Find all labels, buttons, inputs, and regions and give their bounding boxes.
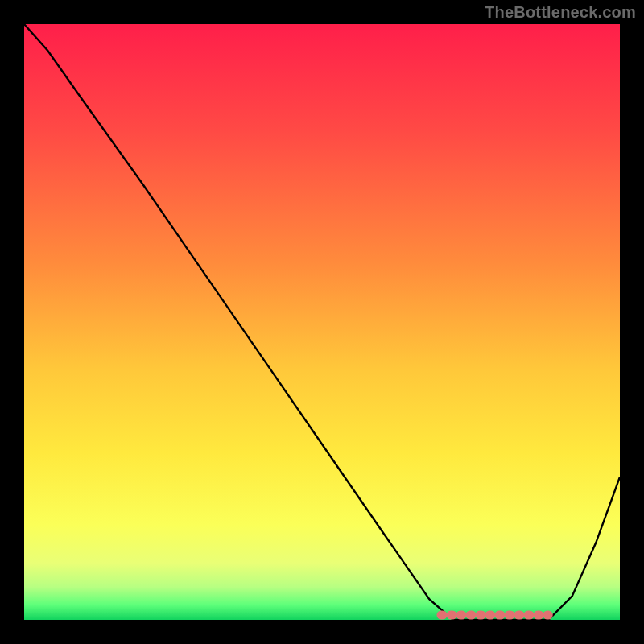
chart-stage: TheBottleneck.com: [0, 0, 644, 644]
bottleneck-chart: [0, 0, 644, 644]
plot-background: [24, 24, 620, 620]
watermark-text: TheBottleneck.com: [485, 3, 636, 22]
